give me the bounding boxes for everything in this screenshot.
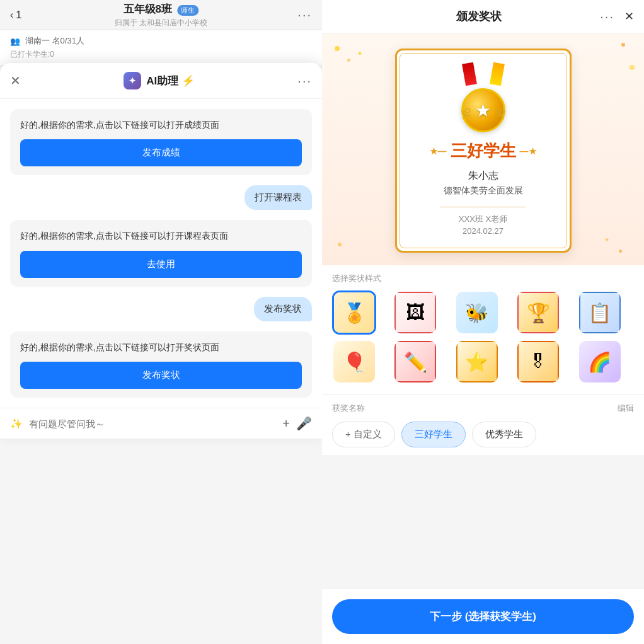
style-trophy-inner: 🏆 <box>517 292 559 333</box>
style-balloon-inner: 🎈 <box>333 341 375 382</box>
back-button[interactable]: ‹ 1 <box>10 9 21 21</box>
add-button[interactable]: + <box>282 417 290 431</box>
cert-deco-right: —★ <box>520 146 537 156</box>
spacer <box>322 455 644 589</box>
award-section-header: 获奖名称 编辑 <box>332 403 634 414</box>
cert-preview-area: ✦ ✦ ★ ⚘ ⚘ ★— <box>322 33 644 265</box>
style-section: 选择奖状样式 🏅 🖼 🐝 🏆 📋 <box>322 265 644 394</box>
chevron-left-icon: ‹ <box>10 9 13 21</box>
back-count: 1 <box>16 9 21 21</box>
checkin-count: 已打卡学生:0 <box>10 49 312 60</box>
ai-panel-title: ✦ AI助理 ⚡ <box>124 72 195 89</box>
style-item-balloon[interactable]: 🎈 <box>332 340 376 384</box>
right-topbar-more-button[interactable]: ··· <box>600 9 614 24</box>
mic-icon[interactable]: 🎤 <box>296 416 312 431</box>
cert-deco-left: ★— <box>430 146 447 156</box>
medal-container: ★ ⚘ ⚘ <box>412 63 555 132</box>
style-frame-inner: 🖼 <box>394 292 436 333</box>
publish-grades-button[interactable]: 发布成绩 <box>20 139 302 166</box>
ai-message-2-text: 好的,根据你的需求,点击以下链接可以打开课程表页面 <box>20 231 228 241</box>
topbar-center: 五年级8班 师生 归属于 太和县闫庙中小学校 <box>115 2 207 28</box>
style-item-pencil[interactable]: ✏️ <box>393 340 437 384</box>
award-section-label: 获奖名称 <box>332 403 365 414</box>
ai-message-1: 好的,根据你的需求,点击以下链接可以打开成绩页面 发布成绩 <box>10 109 312 175</box>
medal-ribbon-left <box>462 62 477 86</box>
award-chip-custom[interactable]: + 自定义 <box>332 422 395 447</box>
ai-panel-close-button[interactable]: ✕ <box>10 73 21 88</box>
style-item-trophy[interactable]: 🏆 <box>516 290 560 335</box>
award-edit-button[interactable]: 编辑 <box>618 403 634 414</box>
style-section-label: 选择奖状样式 <box>332 273 634 284</box>
medal: ★ ⚘ ⚘ <box>455 63 512 132</box>
cert-divider <box>440 207 526 207</box>
ai-input-field[interactable] <box>29 418 276 429</box>
right-topbar: 颁发奖状 ··· ✕ <box>322 0 644 33</box>
decor-dot-4 <box>630 65 635 70</box>
user-message-1: 打开课程表 <box>244 185 312 210</box>
star-decor-1: ✦ <box>357 49 363 58</box>
ai-panel-header: ✕ ✦ AI助理 ⚡ ··· <box>0 63 322 99</box>
style-grid-row1: 🏅 🖼 🐝 🏆 📋 <box>332 290 634 335</box>
decor-dot-2 <box>347 59 350 62</box>
decor-dot-6 <box>619 250 622 253</box>
ai-message-3: 好的,根据你的需求,点击以下链接可以打开奖状页面 发布奖状 <box>10 331 312 398</box>
style-rainbow-inner: 🌈 <box>579 341 621 382</box>
award-chips: + 自定义 三好学生 优秀学生 <box>332 422 634 447</box>
sparkle-icon: ✨ <box>10 418 23 430</box>
topbar-more-button[interactable]: ··· <box>297 8 312 22</box>
right-topbar-close-button[interactable]: ✕ <box>624 9 634 23</box>
right-bottom: 下一步 (选择获奖学生) <box>322 589 644 644</box>
ai-chat-area: 好的,根据你的需求,点击以下链接可以打开成绩页面 发布成绩 打开课程表 好的,根… <box>0 99 322 408</box>
publish-award-button[interactable]: 发布奖状 <box>20 362 302 389</box>
ai-input-area: ✨ + 🎤 <box>0 408 322 439</box>
style-item-bee[interactable]: 🐝 <box>455 290 499 335</box>
style-rosette-inner: 🎖 <box>517 341 559 382</box>
class-title: 五年级8班 师生 <box>115 2 207 16</box>
cert-award-name: 三好学生 <box>451 140 516 162</box>
ai-message-2: 好的,根据你的需求,点击以下链接可以打开课程表页面 去使用 <box>10 220 312 286</box>
go-use-button[interactable]: 去使用 <box>20 251 302 278</box>
certificate-card: ★ ⚘ ⚘ ★— 三好学生 —★ 朱小志 德智体美劳全面发展 XXX班 X老师 … <box>395 49 572 253</box>
style-medal-inner: 🏅 <box>334 292 374 333</box>
cert-date: 2024.02.27 <box>412 226 555 236</box>
style-pencil-inner: ✏️ <box>394 341 436 382</box>
star-decor-2: ✦ <box>604 236 609 243</box>
class-badge: 师生 <box>177 5 198 16</box>
award-chip-sanhao[interactable]: 三好学生 <box>401 422 466 447</box>
style-item-rosette[interactable]: 🎖 <box>516 340 560 384</box>
style-stars-inner: ⭐ <box>456 341 498 382</box>
people-icon: 👥 <box>10 37 20 46</box>
ai-icon: ✦ <box>124 72 141 89</box>
style-item-rainbow[interactable]: 🌈 <box>578 340 622 384</box>
left-topbar: ‹ 1 五年级8班 师生 归属于 太和县闫庙中小学校 ··· <box>0 0 322 30</box>
right-topbar-actions: ··· ✕ <box>600 9 634 24</box>
style-item-stars[interactable]: ⭐ <box>455 340 499 384</box>
style-bee-inner: 🐝 <box>456 292 498 333</box>
ai-message-1-text: 好的,根据你的需求,点击以下链接可以打开成绩页面 <box>20 120 219 130</box>
cert-class-teacher: XXX班 X老师 <box>412 214 555 225</box>
ai-message-3-text: 好的,根据你的需求,点击以下链接可以打开奖状页面 <box>20 342 219 352</box>
left-panel: ‹ 1 五年级8班 师生 归属于 太和县闫庙中小学校 ··· 👥 湖南一 名0/… <box>0 0 322 644</box>
user-message-2: 发布奖状 <box>254 297 312 321</box>
style-item-plain[interactable]: 📋 <box>578 290 622 335</box>
ai-panel-more-button[interactable]: ··· <box>297 74 312 88</box>
ai-panel: ✕ ✦ AI助理 ⚡ ··· 好的,根据你的需求,点击以下链接可以打开成绩页面 … <box>0 63 322 439</box>
right-panel: 颁发奖状 ··· ✕ ✦ ✦ <box>322 0 644 644</box>
decor-dot-1 <box>335 46 340 51</box>
style-item-frame[interactable]: 🖼 <box>393 290 437 335</box>
cert-description: 德智体美劳全面发展 <box>412 185 555 197</box>
class-info-row: 👥 湖南一 名0/31人 <box>10 35 312 47</box>
class-count: 湖南一 名0/31人 <box>25 35 84 47</box>
style-item-medal[interactable]: 🏅 <box>332 290 376 335</box>
medal-ribbon-right <box>490 62 505 86</box>
ai-title-text: AI助理 ⚡ <box>146 74 195 88</box>
cert-award-title: ★— 三好学生 —★ <box>412 140 555 162</box>
award-chip-youxiu[interactable]: 优秀学生 <box>472 422 536 447</box>
right-topbar-title: 颁发奖状 <box>456 9 502 24</box>
medal-star-icon: ★ <box>475 100 491 121</box>
next-step-button[interactable]: 下一步 (选择获奖学生) <box>332 599 634 634</box>
award-section: 获奖名称 编辑 + 自定义 三好学生 优秀学生 <box>322 395 644 455</box>
class-info-strip: 👥 湖南一 名0/31人 已打卡学生:0 <box>0 30 322 66</box>
class-subtitle: 归属于 太和县闫庙中小学校 <box>115 18 207 28</box>
style-plain-inner: 📋 <box>579 292 621 333</box>
